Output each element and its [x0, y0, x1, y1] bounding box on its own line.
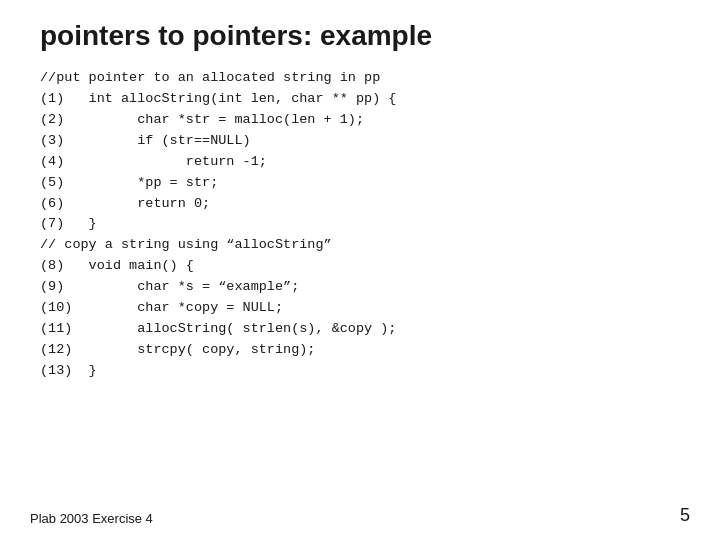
- code-line: //put pointer to an allocated string in …: [40, 68, 690, 89]
- code-line: (3) if (str==NULL): [40, 131, 690, 152]
- code-block: //put pointer to an allocated string in …: [30, 68, 690, 382]
- code-line: (5) *pp = str;: [40, 173, 690, 194]
- code-line: (6) return 0;: [40, 194, 690, 215]
- code-line: (11) allocString( strlen(s), &copy );: [40, 319, 690, 340]
- slide-title: pointers to pointers: example: [30, 20, 690, 52]
- code-line: (1) int allocString(int len, char ** pp)…: [40, 89, 690, 110]
- code-line: (12) strcpy( copy, string);: [40, 340, 690, 361]
- footer-label: Plab 2003 Exercise 4: [30, 511, 153, 526]
- code-line: (2) char *str = malloc(len + 1);: [40, 110, 690, 131]
- code-line: (7) }: [40, 214, 690, 235]
- slide-container: pointers to pointers: example //put poin…: [0, 0, 720, 540]
- code-line: (8) void main() {: [40, 256, 690, 277]
- footer: Plab 2003 Exercise 4 5: [30, 505, 690, 526]
- code-line: (13) }: [40, 361, 690, 382]
- code-line: (9) char *s = “example”;: [40, 277, 690, 298]
- code-line: // copy a string using “allocString”: [40, 235, 690, 256]
- code-line: (4) return -1;: [40, 152, 690, 173]
- code-line: (10) char *copy = NULL;: [40, 298, 690, 319]
- slide-number: 5: [680, 505, 690, 526]
